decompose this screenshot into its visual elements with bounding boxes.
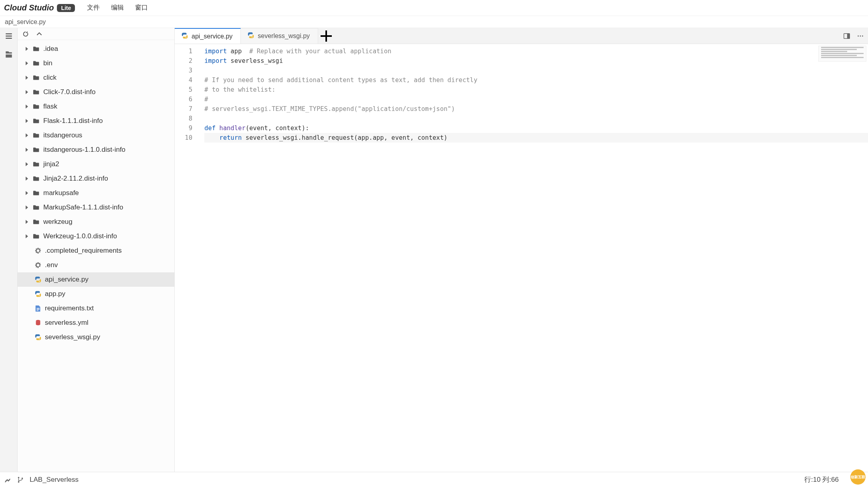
tree-file[interactable]: api_service.py: [18, 272, 174, 287]
python-icon: [34, 290, 42, 298]
tree-file[interactable]: app.py: [18, 287, 174, 301]
line-number: 2: [175, 56, 199, 66]
editor-tab[interactable]: api_service.py: [175, 28, 241, 44]
breadcrumb: api_service.py: [0, 16, 868, 28]
code-line[interactable]: # If you need to send additional content…: [204, 75, 868, 85]
tab-bar-right: [843, 28, 868, 44]
tree-folder[interactable]: flask: [18, 99, 174, 114]
chevron-right-icon: [24, 220, 30, 224]
main-menu: 文件 编辑 窗口: [87, 4, 148, 12]
tree-folder[interactable]: jinja2: [18, 157, 174, 171]
activity-explorer-icon[interactable]: [3, 49, 14, 60]
tree-folder[interactable]: itsdangerous: [18, 128, 174, 143]
brand: Cloud Studio Lite: [4, 3, 75, 12]
status-project[interactable]: LAB_Serverless: [30, 476, 79, 484]
tree-folder[interactable]: click: [18, 70, 174, 85]
chevron-right-icon: [24, 177, 30, 181]
folder-icon: [32, 117, 41, 125]
code-line[interactable]: return severless_wsgi.handle_request(app…: [204, 133, 868, 143]
line-number: 8: [175, 114, 199, 123]
chevron-right-icon: [24, 234, 30, 238]
minimap[interactable]: [818, 46, 866, 62]
tree-item-label: Click-7.0.dist-info: [43, 88, 95, 96]
line-number: 5: [175, 85, 199, 95]
python-icon: [247, 32, 254, 40]
tree-file[interactable]: .completed_requirements: [18, 244, 174, 258]
tree-item-label: api_service.py: [45, 276, 89, 284]
tree-item-label: requirements.txt: [45, 304, 94, 312]
tree-folder[interactable]: .idea: [18, 42, 174, 56]
status-right: 行:10 列:66 UTF: [804, 475, 864, 484]
code-line[interactable]: # serverless_wsgi.TEXT_MIME_TYPES.append…: [204, 104, 868, 114]
tree-folder[interactable]: Jinja2-2.11.2.dist-info: [18, 171, 174, 186]
gear-icon: [34, 262, 42, 269]
titlebar: Cloud Studio Lite 文件 编辑 窗口: [0, 0, 868, 16]
code-area[interactable]: import app # Replace with your actual ap…: [199, 44, 868, 472]
tree-folder[interactable]: werkzeug: [18, 215, 174, 229]
branch-icon[interactable]: [17, 476, 24, 483]
tree-folder[interactable]: bin: [18, 56, 174, 70]
line-number: 4: [175, 75, 199, 85]
code-line[interactable]: import severless_wsgi: [204, 56, 868, 66]
status-encoding[interactable]: UTF: [851, 476, 864, 484]
tree-item-label: jinja2: [43, 160, 59, 168]
folder-icon: [32, 74, 41, 81]
collapse-all-icon[interactable]: [35, 30, 43, 38]
main: .ideabinclickClick-7.0.dist-infoflaskFla…: [0, 28, 868, 472]
refresh-icon[interactable]: [22, 30, 30, 38]
chevron-right-icon: [24, 76, 30, 80]
tree-folder[interactable]: itsdangerous-1.1.0.dist-info: [18, 143, 174, 157]
tab-add-button[interactable]: [318, 28, 334, 44]
tree-item-label: app.py: [45, 290, 65, 298]
python-icon: [181, 32, 188, 41]
sidebar: .ideabinclickClick-7.0.dist-infoflaskFla…: [18, 28, 175, 472]
code-editor[interactable]: 12345678910 import app # Replace with yo…: [175, 44, 868, 472]
db-icon: [34, 319, 42, 326]
split-editor-icon[interactable]: [843, 32, 850, 40]
tree-folder[interactable]: Flask-1.1.1.dist-info: [18, 114, 174, 128]
tree-item-label: Flask-1.1.1.dist-info: [43, 117, 103, 125]
more-actions-icon[interactable]: [857, 32, 864, 40]
code-line[interactable]: import app # Replace with your actual ap…: [204, 46, 868, 56]
status-bar: LAB_Serverless 行:10 列:66 UTF: [0, 472, 868, 487]
folder-icon: [32, 204, 41, 211]
tree-file[interactable]: .env: [18, 258, 174, 272]
activity-outline-icon[interactable]: [3, 30, 14, 42]
tree-item-label: MarkupSafe-1.1.1.dist-info: [43, 203, 123, 211]
python-icon: [34, 276, 42, 283]
chevron-right-icon: [24, 119, 30, 123]
folder-icon: [32, 161, 41, 168]
code-line[interactable]: [204, 114, 868, 123]
chevron-right-icon: [24, 105, 30, 109]
folder-icon: [32, 89, 41, 96]
tree-folder[interactable]: markupsafe: [18, 186, 174, 200]
menu-window[interactable]: 窗口: [135, 4, 148, 12]
tree-file[interactable]: severless_wsgi.py: [18, 330, 174, 344]
folder-icon: [32, 60, 41, 67]
code-line[interactable]: #: [204, 95, 868, 104]
tree-item-label: .completed_requirements: [45, 247, 122, 255]
tree-item-label: .idea: [43, 45, 58, 53]
status-cursor[interactable]: 行:10 列:66: [804, 475, 839, 484]
folder-icon: [32, 132, 41, 139]
tree-item-label: serverless.yml: [45, 319, 89, 327]
tree-folder[interactable]: MarkupSafe-1.1.1.dist-info: [18, 200, 174, 215]
tree-file[interactable]: requirements.txt: [18, 301, 174, 316]
tree-file[interactable]: serverless.yml: [18, 316, 174, 330]
tree-item-label: Werkzeug-1.0.0.dist-info: [43, 232, 117, 240]
editor-tab[interactable]: severless_wsgi.py: [241, 28, 318, 44]
code-line[interactable]: [204, 66, 868, 75]
tree-folder[interactable]: Click-7.0.dist-info: [18, 85, 174, 99]
python-icon: [34, 334, 42, 341]
code-line[interactable]: # to the whitelist:: [204, 85, 868, 95]
tree-folder[interactable]: Werkzeug-1.0.0.dist-info: [18, 229, 174, 244]
chevron-right-icon: [24, 90, 30, 94]
file-tree[interactable]: .ideabinclickClick-7.0.dist-infoflaskFla…: [18, 40, 174, 472]
tab-label: api_service.py: [192, 33, 232, 40]
remote-icon[interactable]: [4, 476, 11, 483]
menu-edit[interactable]: 编辑: [111, 4, 124, 12]
folder-icon: [32, 103, 41, 110]
code-line[interactable]: def handler(event, context):: [204, 123, 868, 133]
menu-file[interactable]: 文件: [87, 4, 100, 12]
breadcrumb-file[interactable]: api_service.py: [5, 18, 46, 26]
